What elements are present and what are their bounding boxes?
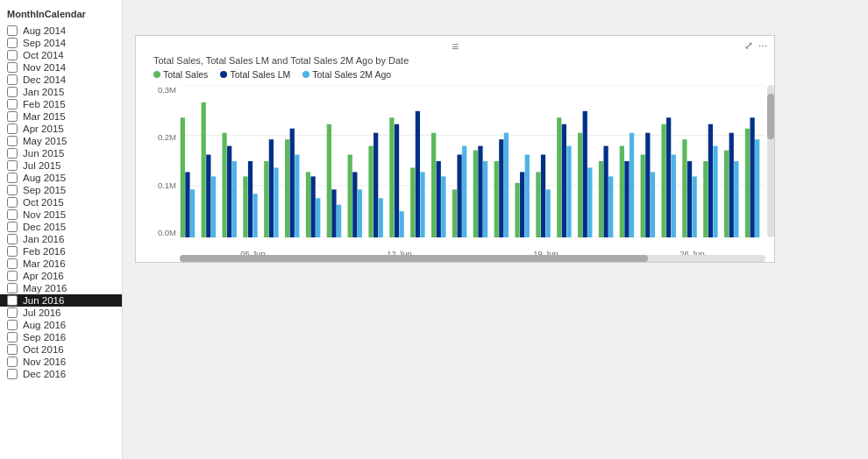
- checkbox-oct-2015[interactable]: [7, 197, 18, 208]
- sidebar-item-mar-2016[interactable]: Mar 2016: [0, 258, 122, 270]
- sidebar-item-aug-2016[interactable]: Aug 2016: [0, 319, 122, 331]
- bar-group-6-series-1: [310, 176, 315, 237]
- bar-group-14-series-2: [483, 161, 487, 237]
- chart-container: ≡ ⤢ ··· Total Sales, Total Sales LM and …: [135, 35, 775, 263]
- sidebar-item-feb-2015[interactable]: Feb 2015: [0, 98, 122, 110]
- sidebar-item-jun-2015[interactable]: Jun 2015: [0, 147, 122, 159]
- bar-group-18-series-2: [566, 146, 571, 237]
- bar-group-21-series-0: [620, 146, 624, 237]
- checkbox-sep-2015[interactable]: [7, 185, 18, 195]
- checkbox-sep-2014[interactable]: [7, 38, 18, 48]
- sidebar-item-sep-2016[interactable]: Sep 2016: [0, 331, 122, 343]
- checkbox-oct-2016[interactable]: [7, 344, 18, 355]
- sidebar-item-sep-2014[interactable]: Sep 2014: [0, 37, 122, 49]
- sidebar-item-aug-2014[interactable]: Aug 2014: [0, 25, 122, 37]
- checkbox-mar-2016[interactable]: [7, 258, 18, 269]
- checkbox-sep-2016[interactable]: [7, 332, 18, 342]
- sidebar-item-nov-2016[interactable]: Nov 2016: [0, 356, 122, 368]
- checkbox-feb-2016[interactable]: [7, 246, 18, 257]
- bar-group-1-series-0: [202, 102, 206, 237]
- bar-group-24-series-0: [682, 139, 687, 237]
- sidebar-item-label: May 2016: [23, 283, 68, 293]
- bar-group-2-series-2: [232, 161, 237, 237]
- checkbox-jul-2015[interactable]: [7, 160, 18, 171]
- bar-group-26-series-2: [734, 161, 738, 237]
- y-axis-label-0: 0.3M: [158, 85, 176, 95]
- checkbox-apr-2016[interactable]: [7, 271, 18, 281]
- sidebar-item-may-2016[interactable]: May 2016: [0, 282, 122, 294]
- bar-group-10-series-2: [400, 211, 404, 237]
- bar-group-2-series-1: [227, 146, 231, 237]
- sidebar-item-label: Nov 2016: [23, 357, 66, 367]
- sidebar-item-oct-2014[interactable]: Oct 2014: [0, 49, 122, 61]
- bar-group-14-series-0: [473, 151, 478, 237]
- y-axis-labels: 0.3M0.2M0.1M0.0M: [139, 85, 176, 237]
- checkbox-jun-2016[interactable]: [7, 295, 18, 306]
- vertical-scrollbar-thumb[interactable]: [767, 94, 774, 139]
- checkbox-nov-2014[interactable]: [7, 62, 18, 73]
- chart-more-icon[interactable]: ···: [758, 39, 767, 52]
- bar-group-23-series-0: [661, 124, 665, 237]
- sidebar-item-label: Mar 2016: [23, 258, 66, 269]
- legend-label-1: Total Sales LM: [230, 69, 290, 80]
- checkbox-oct-2014[interactable]: [7, 50, 18, 60]
- y-axis-label-2: 0.1M: [158, 180, 176, 190]
- sidebar-item-label: Feb 2015: [23, 99, 66, 109]
- bar-group-3-series-1: [248, 161, 253, 237]
- sidebar-item-dec-2014[interactable]: Dec 2014: [0, 74, 122, 86]
- sidebar-item-nov-2015[interactable]: Nov 2015: [0, 208, 122, 221]
- sidebar-item-label: Mar 2015: [23, 111, 66, 122]
- checkbox-dec-2016[interactable]: [7, 369, 18, 379]
- sidebar-item-jul-2016[interactable]: Jul 2016: [0, 307, 122, 319]
- sidebar-item-apr-2015[interactable]: Apr 2015: [0, 123, 122, 135]
- checkbox-nov-2016[interactable]: [7, 357, 18, 367]
- vertical-scrollbar[interactable]: [767, 85, 774, 237]
- bar-group-27-series-1: [750, 117, 754, 237]
- chart-expand-icon[interactable]: ⤢: [744, 39, 753, 52]
- bar-group-16-series-0: [515, 183, 519, 237]
- sidebar-item-nov-2014[interactable]: Nov 2014: [0, 61, 122, 74]
- sidebar-item-mar-2015[interactable]: Mar 2015: [0, 110, 122, 123]
- checkbox-may-2016[interactable]: [7, 283, 18, 293]
- checkbox-dec-2015[interactable]: [7, 222, 18, 232]
- checkbox-feb-2015[interactable]: [7, 99, 18, 109]
- checkbox-aug-2016[interactable]: [7, 320, 18, 330]
- sidebar-item-jun-2016[interactable]: Jun 2016: [0, 294, 122, 307]
- sidebar-item-aug-2015[interactable]: Aug 2015: [0, 172, 122, 184]
- chart-menu-icon[interactable]: ≡: [452, 39, 459, 53]
- sidebar-item-jul-2015[interactable]: Jul 2015: [0, 159, 122, 172]
- sidebar-item-oct-2016[interactable]: Oct 2016: [0, 343, 122, 356]
- bar-group-24-series-1: [687, 161, 692, 237]
- checkbox-aug-2014[interactable]: [7, 25, 18, 36]
- checkbox-dec-2014[interactable]: [7, 74, 18, 85]
- sidebar-item-apr-2016[interactable]: Apr 2016: [0, 270, 122, 282]
- checkbox-jun-2015[interactable]: [7, 148, 18, 159]
- checkbox-aug-2015[interactable]: [7, 173, 18, 183]
- bar-group-22-series-0: [641, 155, 645, 237]
- checkbox-may-2015[interactable]: [7, 136, 18, 146]
- sidebar-item-label: Jun 2015: [23, 148, 64, 159]
- bar-group-25-series-2: [713, 146, 717, 237]
- checkbox-jan-2015[interactable]: [7, 87, 18, 97]
- sidebar-item-jan-2016[interactable]: Jan 2016: [0, 233, 122, 245]
- sidebar-item-label: Nov 2015: [23, 209, 66, 220]
- sidebar-item-oct-2015[interactable]: Oct 2015: [0, 196, 122, 208]
- bar-group-17-series-2: [546, 189, 551, 237]
- checkbox-mar-2015[interactable]: [7, 111, 18, 122]
- sidebar-item-dec-2016[interactable]: Dec 2016: [0, 368, 122, 380]
- horizontal-scrollbar-thumb[interactable]: [180, 255, 648, 262]
- bar-group-24-series-2: [693, 176, 697, 237]
- checkbox-nov-2015[interactable]: [7, 209, 18, 220]
- sidebar-item-dec-2015[interactable]: Dec 2015: [0, 221, 122, 233]
- sidebar-item-feb-2016[interactable]: Feb 2016: [0, 245, 122, 258]
- horizontal-scrollbar[interactable]: [180, 255, 765, 262]
- bar-group-5-series-0: [285, 139, 289, 237]
- sidebar-item-sep-2015[interactable]: Sep 2015: [0, 184, 122, 196]
- checkbox-jan-2016[interactable]: [7, 234, 18, 244]
- bar-group-10-series-0: [389, 117, 394, 237]
- sidebar-item-may-2015[interactable]: May 2015: [0, 135, 122, 147]
- checkbox-jul-2016[interactable]: [7, 307, 18, 318]
- checkbox-apr-2015[interactable]: [7, 124, 18, 134]
- sidebar-item-jan-2015[interactable]: Jan 2015: [0, 86, 122, 98]
- bar-group-12-series-0: [431, 133, 436, 237]
